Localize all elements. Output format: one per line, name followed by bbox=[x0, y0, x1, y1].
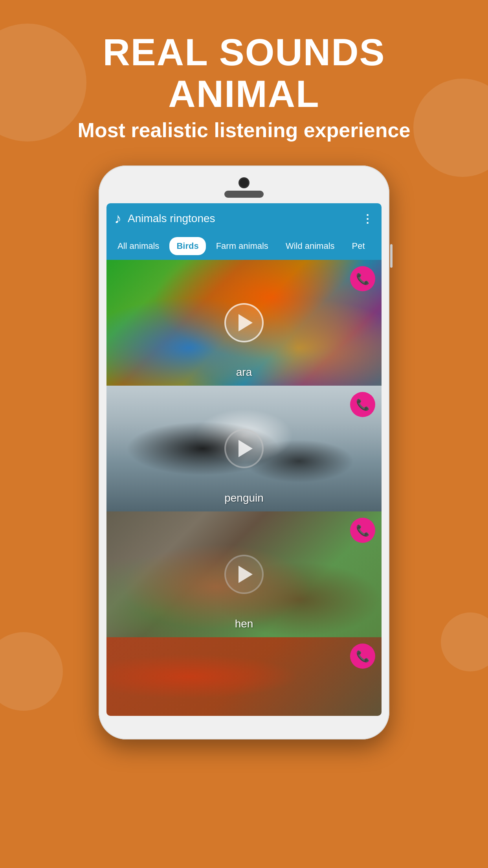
tab-bar: All animals Birds Farm animals Wild anim… bbox=[106, 234, 382, 260]
more-options-icon[interactable]: ⋮ bbox=[362, 212, 374, 225]
speaker bbox=[224, 191, 264, 198]
phone-body: ♪ Animals ringtones ⋮ All animals Birds … bbox=[99, 166, 389, 739]
tab-farm-animals[interactable]: Farm animals bbox=[209, 237, 275, 255]
play-button-hen[interactable] bbox=[224, 555, 264, 594]
phone-mockup: ♪ Animals ringtones ⋮ All animals Birds … bbox=[0, 166, 488, 739]
phone-icon-penguin: 📞 bbox=[356, 398, 370, 411]
ringtone-button-partial[interactable]: 📞 bbox=[350, 644, 375, 669]
animal-card-hen: 📞 hen bbox=[106, 511, 382, 637]
main-title: REAL SOUNDS ANIMAL bbox=[24, 31, 464, 114]
animal-name-hen: hen bbox=[235, 618, 253, 630]
animal-card-partial: 📞 bbox=[106, 637, 382, 716]
phone-bottom bbox=[106, 716, 382, 728]
animal-name-ara: ara bbox=[236, 366, 252, 379]
animal-card-penguin: 📞 penguin bbox=[106, 386, 382, 511]
phone-icon-partial: 📞 bbox=[356, 650, 370, 663]
partial-image-overlay bbox=[106, 637, 382, 716]
music-icon: ♪ bbox=[114, 210, 121, 227]
play-button-penguin[interactable] bbox=[224, 429, 264, 468]
play-button-ara[interactable] bbox=[224, 303, 264, 342]
phone-icon: 📞 bbox=[356, 272, 370, 285]
side-button bbox=[390, 244, 393, 268]
animal-name-penguin: penguin bbox=[224, 492, 264, 504]
camera bbox=[238, 177, 250, 188]
animal-card-ara: 📞 ara bbox=[106, 260, 382, 386]
sub-title: Most realistic listening experience bbox=[24, 118, 464, 142]
tab-birds[interactable]: Birds bbox=[169, 237, 205, 255]
tab-pet[interactable]: Pet bbox=[345, 237, 372, 255]
app-bar: ♪ Animals ringtones ⋮ bbox=[106, 203, 382, 234]
phone-icon-hen: 📞 bbox=[356, 524, 370, 537]
tab-all-animals[interactable]: All animals bbox=[110, 237, 166, 255]
ringtone-button-hen[interactable]: 📞 bbox=[350, 518, 375, 543]
tab-wild-animals[interactable]: Wild animals bbox=[279, 237, 342, 255]
ringtone-button-penguin[interactable]: 📞 bbox=[350, 392, 375, 417]
app-bar-title: Animals ringtones bbox=[128, 212, 356, 225]
phone-screen: ♪ Animals ringtones ⋮ All animals Birds … bbox=[106, 203, 382, 716]
ringtone-button-ara[interactable]: 📞 bbox=[350, 266, 375, 291]
